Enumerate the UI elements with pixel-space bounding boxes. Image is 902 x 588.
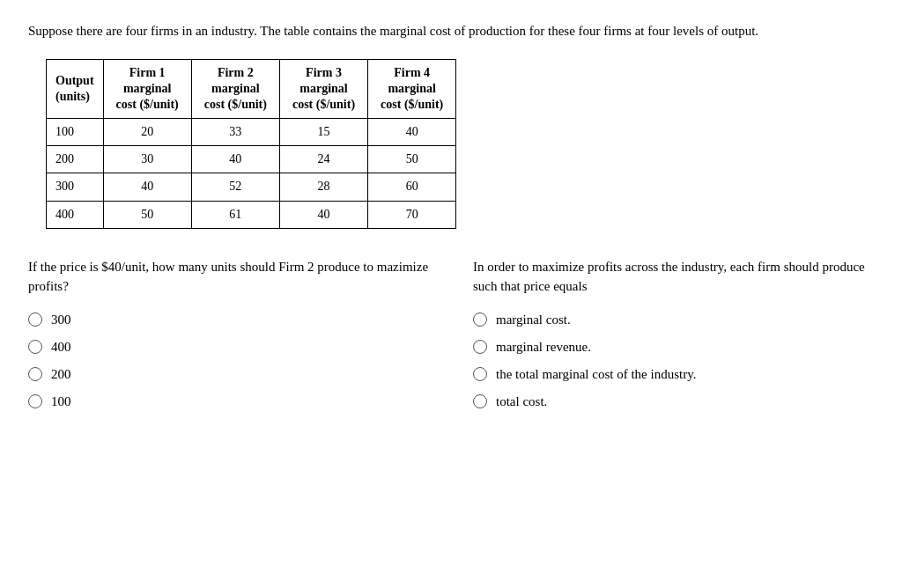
table-row: 40050614070	[47, 201, 456, 228]
question2-container: In order to maximize profits across the …	[455, 257, 874, 409]
table-row: 20030402450	[47, 146, 456, 173]
question2-option-2[interactable]: the total marginal cost of the industry.	[473, 367, 874, 382]
table-row: 30040522860	[47, 173, 456, 201]
cell-row0-firm1: 20	[103, 119, 191, 146]
col-header-firm4: Firm 4marginalcost ($/unit)	[368, 59, 456, 119]
cell-row2-output: 300	[47, 173, 104, 201]
cell-row1-firm1: 30	[103, 146, 191, 173]
cell-row1-output: 200	[47, 146, 104, 173]
col-header-firm3: Firm 3marginalcost ($/unit)	[279, 59, 367, 119]
option-label: marginal cost.	[496, 312, 571, 327]
cell-row3-firm4: 70	[368, 201, 456, 228]
cell-row3-firm1: 50	[103, 201, 191, 228]
question1-option-0[interactable]: 300	[28, 312, 429, 327]
questions-section: If the price is $40/unit, how many units…	[28, 257, 874, 409]
radio-icon	[473, 394, 487, 408]
option-label: 100	[51, 394, 71, 409]
cell-row2-firm1: 40	[103, 173, 191, 201]
radio-icon	[28, 312, 42, 327]
cell-row2-firm2: 52	[191, 173, 279, 201]
option-label: 200	[51, 367, 71, 382]
cell-row0-firm3: 15	[279, 119, 367, 146]
question1-options: 300 400 200 100	[28, 312, 429, 409]
cell-row3-output: 400	[47, 201, 104, 228]
cell-row2-firm4: 60	[368, 173, 456, 201]
question1-option-3[interactable]: 100	[28, 394, 429, 409]
radio-icon	[473, 312, 487, 327]
col-header-output: Output(units)	[47, 59, 104, 119]
cell-row0-firm4: 40	[368, 119, 456, 146]
option-label: 400	[51, 340, 71, 355]
cell-row1-firm2: 40	[191, 146, 279, 173]
option-label: total cost.	[496, 394, 547, 409]
option-label: marginal revenue.	[496, 340, 591, 355]
option-label: the total marginal cost of the industry.	[496, 367, 696, 382]
question2-text: In order to maximize profits across the …	[473, 257, 874, 297]
question2-option-0[interactable]: marginal cost.	[473, 312, 874, 327]
radio-icon	[28, 367, 42, 381]
question1-text: If the price is $40/unit, how many units…	[28, 257, 429, 297]
col-header-firm1: Firm 1marginalcost ($/unit)	[103, 59, 191, 119]
question2-option-1[interactable]: marginal revenue.	[473, 340, 874, 355]
table-row: 10020331540	[47, 119, 456, 146]
cell-row1-firm3: 24	[279, 146, 367, 173]
marginal-cost-table: Output(units) Firm 1marginalcost ($/unit…	[46, 59, 456, 229]
data-table-container: Output(units) Firm 1marginalcost ($/unit…	[46, 59, 874, 229]
radio-icon	[28, 394, 42, 408]
question2-option-3[interactable]: total cost.	[473, 394, 874, 409]
question1-container: If the price is $40/unit, how many units…	[28, 257, 455, 409]
radio-icon	[28, 340, 42, 354]
radio-icon	[473, 367, 487, 381]
cell-row1-firm4: 50	[368, 146, 456, 173]
cell-row3-firm2: 61	[191, 201, 279, 228]
cell-row2-firm3: 28	[279, 173, 367, 201]
intro-paragraph: Suppose there are four firms in an indus…	[28, 21, 821, 41]
col-header-firm2: Firm 2marginalcost ($/unit)	[191, 59, 279, 119]
option-label: 300	[51, 312, 71, 327]
question2-options: marginal cost. marginal revenue. the tot…	[473, 312, 874, 409]
cell-row0-firm2: 33	[191, 119, 279, 146]
cell-row0-output: 100	[47, 119, 104, 146]
question1-option-1[interactable]: 400	[28, 340, 429, 355]
cell-row3-firm3: 40	[279, 201, 367, 228]
question1-option-2[interactable]: 200	[28, 367, 429, 382]
radio-icon	[473, 340, 487, 354]
